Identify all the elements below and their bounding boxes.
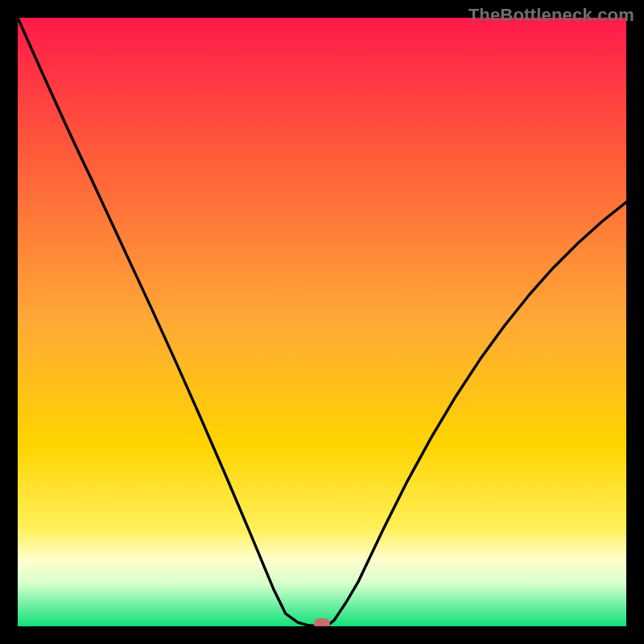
chart-background: [18, 18, 626, 626]
chart-canvas: [18, 18, 626, 626]
watermark: TheBottleneck.com: [469, 5, 634, 26]
optimal-point-marker: [314, 618, 330, 626]
chart-svg: [18, 18, 626, 626]
